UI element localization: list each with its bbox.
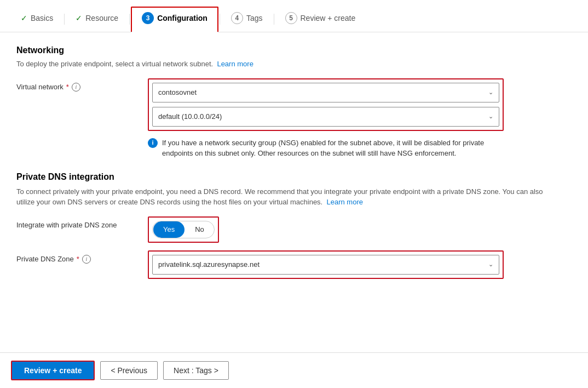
private-dns-desc-text: To connect privately with your private e…	[16, 187, 543, 207]
tab-tags-label: Tags	[246, 14, 263, 22]
private-dns-zone-row: Private DNS Zone * i privatelink.sql.azu…	[16, 250, 553, 279]
virtual-network-required: *	[66, 83, 69, 91]
virtual-network-row: Virtual network * i contosovnet⌄default …	[16, 78, 553, 163]
private-dns-zone-value: privatelink.sql.azuresynapse.net	[158, 260, 260, 269]
tab-divider-3	[220, 14, 220, 25]
toggle-no[interactable]: No	[185, 221, 214, 238]
integrate-dns-toggle[interactable]: Yes No	[152, 221, 215, 238]
step-circle-tags: 4	[231, 12, 243, 24]
toggle-yes[interactable]: Yes	[153, 221, 185, 238]
integrate-dns-row: Integrate with private DNS zone Yes No	[16, 216, 553, 243]
subnet-dropdown-2[interactable]: default (10.0.0.0/24)⌄	[152, 107, 499, 127]
integrate-dns-label-wrap: Integrate with private DNS zone	[16, 216, 148, 229]
review-create-button[interactable]: Review + create	[11, 361, 95, 380]
previous-button[interactable]: < Previous	[100, 361, 158, 380]
tab-divider-1	[64, 14, 65, 25]
private-dns-zone-dropdown[interactable]: privatelink.sql.azuresynapse.net ⌄	[152, 255, 499, 275]
networking-learn-more-link[interactable]: Learn more	[217, 60, 253, 68]
tab-configuration[interactable]: 3 Configuration	[131, 7, 218, 32]
check-icon-basics: ✓	[21, 14, 27, 22]
networking-description: To deploy the private endpoint, select a…	[16, 59, 553, 70]
wizard-tabs: ✓ Basics ✓ Resource 3 Configuration 4 Ta…	[0, 0, 588, 32]
tab-review-create-label: Review + create	[301, 14, 356, 22]
toggle-red-wrap: Yes No	[148, 216, 219, 243]
tab-basics-label: Basics	[31, 14, 53, 22]
tab-configuration-label: Configuration	[157, 14, 207, 22]
virtual-network-info-icon[interactable]: i	[72, 83, 80, 92]
private-dns-zone-control: privatelink.sql.azuresynapse.net ⌄	[148, 250, 504, 279]
tab-review-create[interactable]: 5 Review + create	[275, 8, 366, 31]
integrate-dns-label: Integrate with private DNS zone	[16, 221, 117, 229]
private-dns-description: To connect privately with your private e…	[16, 186, 553, 208]
next-button[interactable]: Next : Tags >	[163, 361, 229, 380]
integrate-dns-control: Yes No	[148, 216, 504, 243]
virtual-network-label: Virtual network	[16, 83, 64, 91]
step-circle-configuration: 3	[142, 12, 154, 24]
private-dns-learn-more-link[interactable]: Learn more	[326, 198, 362, 206]
tab-resource[interactable]: ✓ Resource	[66, 9, 128, 29]
check-icon-resource: ✓	[76, 14, 82, 22]
networking-section: Networking To deploy the private endpoin…	[16, 45, 553, 163]
virtual-network-label-wrap: Virtual network * i	[16, 78, 148, 92]
nsg-info-icon: i	[148, 138, 158, 148]
main-content: Networking To deploy the private endpoin…	[0, 32, 569, 325]
virtual-network-dropdown-2[interactable]: contosovnet⌄	[152, 83, 499, 102]
footer-bar: Review + create < Previous Next : Tags >	[0, 352, 588, 388]
tab-tags[interactable]: 4 Tags	[221, 8, 273, 31]
private-dns-section: Private DNS integration To connect priva…	[16, 172, 553, 279]
step-circle-review: 5	[285, 12, 297, 24]
nsg-notice-text: If you have a network security group (NS…	[162, 138, 504, 159]
virtual-network-controls: contosovnet⌄default (10.0.0.0/24)⌄ i If …	[148, 78, 504, 163]
networking-desc-text: To deploy the private endpoint, select a…	[16, 60, 213, 68]
private-dns-zone-required: *	[77, 255, 79, 263]
dns-zone-chevron: ⌄	[488, 261, 493, 268]
tab-resource-label: Resource	[85, 14, 118, 22]
tab-divider-2	[129, 14, 130, 25]
private-dns-zone-label-wrap: Private DNS Zone * i	[16, 250, 148, 264]
dns-zone-red-box: privatelink.sql.azuresynapse.net ⌄	[148, 250, 504, 279]
private-dns-title: Private DNS integration	[16, 172, 553, 182]
tab-basics[interactable]: ✓ Basics	[11, 9, 63, 29]
network-subnet-red-box: contosovnet⌄default (10.0.0.0/24)⌄ i If …	[148, 78, 504, 163]
tab-divider-4	[274, 14, 274, 25]
networking-title: Networking	[16, 45, 553, 55]
combined-network-red-box: contosovnet⌄default (10.0.0.0/24)⌄	[148, 78, 504, 131]
private-dns-zone-label: Private DNS Zone	[16, 255, 74, 263]
private-dns-zone-info-icon[interactable]: i	[82, 255, 91, 264]
nsg-notice: i If you have a network security group (…	[148, 133, 504, 163]
